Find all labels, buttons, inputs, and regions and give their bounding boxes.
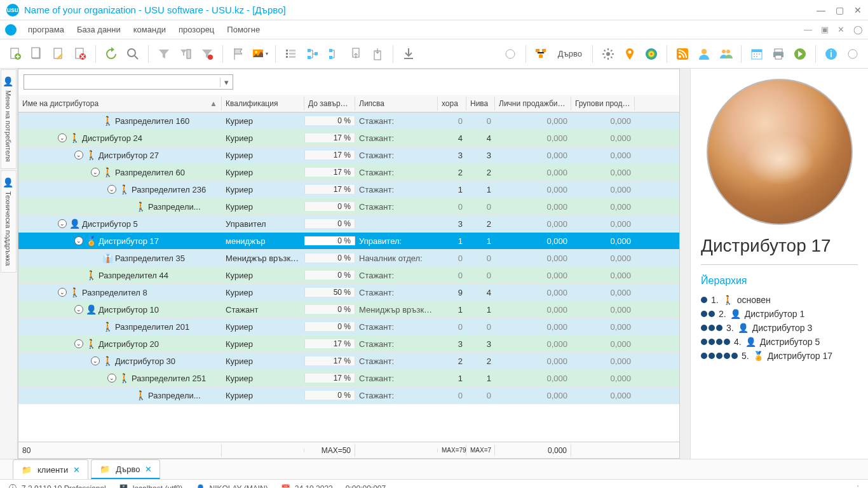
tab-close[interactable]: ✕	[145, 464, 152, 474]
minimize-button[interactable]: —	[817, 5, 825, 15]
hierarchy-item[interactable]: 2.👤Дистрибутор 1	[701, 307, 858, 321]
print-button[interactable]	[770, 45, 787, 63]
color-button[interactable]	[642, 45, 660, 63]
table-row[interactable]: 🚶Разпределител 201Куриер0 %Стажант:000,0…	[18, 318, 679, 336]
users-button[interactable]	[717, 45, 735, 63]
list-button[interactable]	[282, 45, 300, 63]
row-lipsva	[355, 222, 438, 225]
table-row[interactable]: 🚶Разпределител 44Куриер0 %Стажант:000,00…	[18, 267, 679, 284]
row-progress: 50 %	[304, 288, 355, 297]
expand-toggle[interactable]: ⌄	[74, 305, 83, 314]
col-hora[interactable]: хора	[438, 97, 466, 111]
bottom-tab[interactable]: 📁Дърво✕	[91, 459, 160, 479]
sidetab-user-menu[interactable]: 👤Меню на потребителя	[1, 69, 17, 169]
expand-toggle[interactable]: ⌄	[91, 168, 100, 177]
col-prog[interactable]: До завършва...	[304, 97, 355, 111]
col-group[interactable]: Групови продажб...	[571, 97, 635, 111]
user-button[interactable]	[695, 45, 713, 63]
table-row[interactable]: ⌄🚶Дистрибутор 24Куриер17 %Стажант:440,00…	[18, 130, 679, 147]
vertical-scrollbar[interactable]	[680, 69, 690, 459]
tree-collapse-button[interactable]	[325, 45, 343, 63]
tree-expand-button[interactable]	[304, 45, 322, 63]
mdi-minimize-button[interactable]: —	[804, 25, 812, 34]
menu-commands[interactable]: команди	[128, 22, 171, 37]
filter-combo[interactable]: ▾	[24, 74, 233, 90]
expand-toggle[interactable]: ⌄	[107, 374, 116, 383]
table-row[interactable]: 🚶Разпредели...Куриер0 %Стажант:000,0000,…	[18, 387, 679, 404]
table-row[interactable]: ⌄🚶Дистрибутор 20Куриер17 %Стажант:330,00…	[18, 336, 679, 353]
table-row[interactable]: ⌄🚶Разпределител 236Куриер17 %Стажант:110…	[18, 181, 679, 198]
table-row[interactable]: ⌄🏅Дистрибутор 17мениджър0 %Управител:110…	[18, 233, 679, 250]
export-button[interactable]	[369, 45, 386, 63]
resize-grip[interactable]: ⋰	[851, 484, 860, 489]
refresh-button[interactable]	[102, 45, 120, 63]
rss-button[interactable]	[674, 45, 691, 63]
menu-window[interactable]: прозорец	[173, 22, 219, 37]
expand-toggle[interactable]: ⌄	[58, 288, 67, 297]
mdi-close-button[interactable]: ✕	[837, 25, 844, 34]
new-doc-button[interactable]	[6, 45, 24, 63]
expand-toggle[interactable]: ⌄	[91, 356, 100, 365]
tree-view-button[interactable]	[532, 45, 550, 63]
table-row[interactable]: ⌄🚶Разпределител 8Куриер50 %Стажант:940,0…	[18, 284, 679, 301]
table-row[interactable]: ⌄👤Дистрибутор 10Стажант0 %Мениджър връзк…	[18, 301, 679, 318]
edit-doc-button[interactable]	[50, 45, 67, 63]
col-name[interactable]: Име на дистрибутора ▲	[18, 97, 222, 111]
maximize-button[interactable]: ▢	[836, 5, 844, 15]
close-button[interactable]: ✕	[854, 5, 862, 15]
mdi-restore-button[interactable]: ▣	[821, 25, 829, 34]
hierarchy-item[interactable]: 1.🚶основен	[701, 293, 858, 307]
filter-button[interactable]	[155, 45, 173, 63]
svg-rect-12	[286, 50, 288, 51]
grid-body[interactable]: 🚶Разпределител 160Куриер0 %Стажант:000,0…	[18, 112, 679, 442]
menu-database[interactable]: База данни	[72, 22, 126, 37]
table-row[interactable]: ⌄🚶Разпределител 251Куриер17 %Стажант:110…	[18, 370, 679, 387]
search-button[interactable]	[124, 45, 142, 63]
expand-toggle[interactable]: ⌄	[58, 219, 67, 228]
bottom-tab[interactable]: 📁клиенти✕	[13, 459, 88, 479]
location-button[interactable]	[621, 45, 639, 63]
hierarchy-item[interactable]: 5.🏅Дистрибутор 17	[701, 349, 858, 363]
window-title: Name of your organization - USU software…	[24, 4, 286, 15]
mdi-help-button[interactable]: ◯	[853, 25, 863, 34]
col-lipsva[interactable]: Липсва	[355, 97, 438, 111]
table-row[interactable]: 🚶Разпредели...Куриер0 %Стажант:000,0000,…	[18, 198, 679, 215]
filter-panel-button[interactable]	[177, 45, 194, 63]
table-row[interactable]: 👔Разпределител 35Мениджър връзки с к...0…	[18, 250, 679, 267]
info-button[interactable]: i	[822, 45, 840, 63]
menu-program[interactable]: програма	[23, 22, 69, 37]
menu-help[interactable]: Помогне	[222, 22, 265, 37]
col-niva[interactable]: Нива	[466, 97, 495, 111]
expand-toggle[interactable]: ⌄	[74, 236, 83, 245]
table-row[interactable]: ⌄🚶Разпределител 60Куриер17 %Стажант:220,…	[18, 164, 679, 181]
sidetab-support[interactable]: 👤Техническа поддръжка	[1, 170, 17, 273]
settings-button[interactable]	[599, 45, 617, 63]
filter-clear-button[interactable]	[198, 45, 216, 63]
hierarchy-item[interactable]: 3.👤Дистрибутор 3	[701, 321, 858, 335]
expand-toggle[interactable]: ⌄	[74, 339, 83, 348]
image-button[interactable]: ▾	[251, 45, 269, 63]
open-doc-button[interactable]	[28, 45, 46, 63]
expand-toggle[interactable]: ⌄	[74, 151, 83, 159]
row-lichi: 0,000	[495, 338, 571, 350]
calendar-button[interactable]	[748, 45, 766, 63]
tab-close[interactable]: ✕	[73, 465, 80, 475]
go-button[interactable]	[791, 45, 809, 63]
hierarchy-list: 1.🚶основен2.👤Дистрибутор 13.👤Дистрибутор…	[701, 293, 858, 363]
table-row[interactable]: 🚶Разпределител 160Куриер0 %Стажант:000,0…	[18, 112, 679, 130]
row-name: Дистрибутор 30	[115, 356, 175, 366]
hierarchy-item[interactable]: 4.👤Дистрибутор 5	[701, 335, 858, 349]
table-row[interactable]: ⌄👤Дистрибутор 5Управител0 %320,0000,000	[18, 215, 679, 233]
import-button[interactable]	[347, 45, 365, 63]
help-circle-button[interactable]	[844, 45, 862, 63]
status-icon[interactable]	[501, 45, 519, 63]
table-row[interactable]: ⌄🚶Дистрибутор 27Куриер17 %Стажант:330,00…	[18, 147, 679, 164]
table-row[interactable]: ⌄🚶Дистрибутор 30Куриер17 %Стажант:220,00…	[18, 353, 679, 370]
expand-toggle[interactable]: ⌄	[107, 185, 116, 194]
col-qual[interactable]: Квалификация	[222, 97, 304, 111]
col-lichi[interactable]: Лични продажби. 1 м...	[495, 97, 571, 111]
delete-doc-button[interactable]	[71, 45, 89, 63]
flag-button[interactable]	[229, 45, 247, 63]
expand-toggle[interactable]: ⌄	[58, 133, 67, 142]
download-button[interactable]	[400, 45, 417, 63]
